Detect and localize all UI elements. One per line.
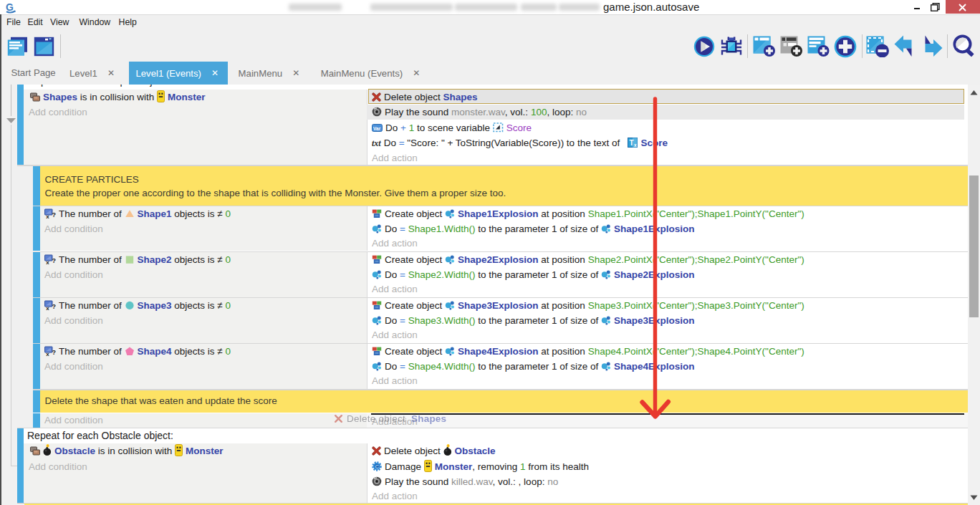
svg-text:?: ? — [52, 349, 56, 356]
svg-text:x: x — [46, 305, 49, 310]
svg-text:Var: Var — [373, 125, 381, 130]
svg-text:T: T — [630, 139, 634, 147]
svg-text:x: x — [46, 213, 49, 218]
svg-text:x: x — [46, 259, 49, 264]
svg-text:?: ? — [52, 303, 56, 310]
svg-text:G: G — [6, 1, 14, 13]
svg-text:C: C — [375, 463, 380, 470]
svg-text:x: x — [634, 143, 637, 148]
svg-text:x: x — [46, 351, 49, 356]
svg-text:?: ? — [52, 257, 56, 264]
svg-text:?: ? — [52, 211, 56, 218]
